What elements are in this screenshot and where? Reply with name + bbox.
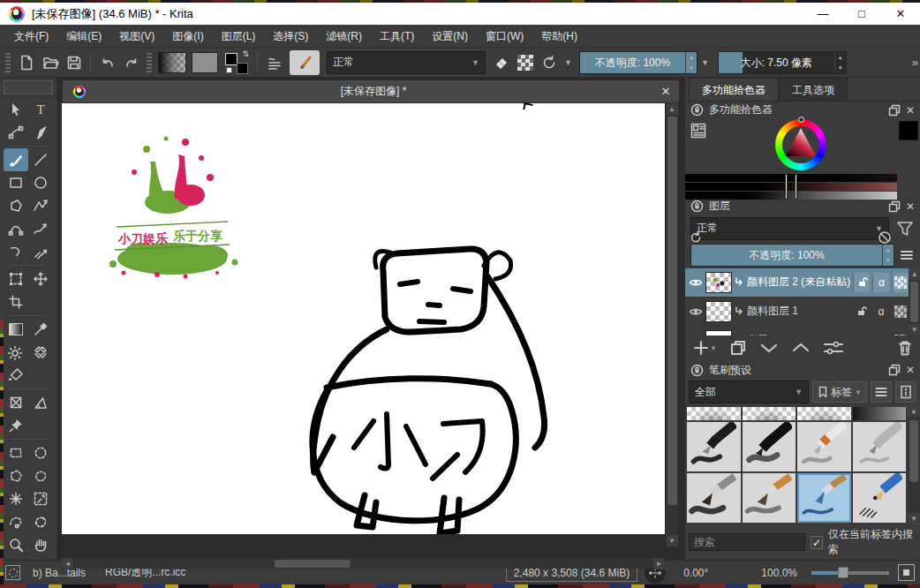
brush-preset[interactable] [687, 473, 741, 523]
tool-move[interactable] [28, 268, 53, 290]
no-entry-icon[interactable] [878, 230, 892, 245]
brush-preset[interactable] [687, 407, 741, 420]
layer-inherit-alpha[interactable] [892, 331, 909, 335]
menu-tools[interactable]: 工具(T) [371, 25, 423, 48]
lock-icon[interactable] [690, 200, 704, 213]
brush-preset[interactable] [687, 422, 741, 471]
new-document-button[interactable] [14, 50, 38, 74]
foreground-background-colors[interactable]: ⇅ [224, 50, 249, 75]
layer-row[interactable]: 背景 α [685, 327, 909, 335]
layer-inherit-alpha[interactable] [892, 273, 909, 292]
hue-marker[interactable] [798, 117, 804, 123]
scroll-left-icon[interactable]: ◄ [62, 558, 73, 569]
opacity-slider[interactable]: 不透明度: 100% ▲▼ [579, 51, 698, 74]
tool-bezier-select[interactable] [4, 510, 28, 533]
brush-preset[interactable] [853, 473, 907, 523]
tool-pattern-edit[interactable] [4, 341, 28, 364]
brush-filter-dropdown[interactable]: 全部 ▼ [689, 381, 809, 403]
filter-funnel-icon[interactable] [895, 219, 915, 238]
zoom-slider-handle[interactable] [838, 567, 848, 578]
chevron-down-icon[interactable]: ▼ [698, 58, 713, 67]
visibility-icon[interactable] [689, 275, 703, 290]
brush-preset[interactable] [853, 407, 907, 420]
close-button[interactable]: ✕ [881, 3, 920, 25]
minimize-button[interactable]: — [803, 3, 842, 25]
menu-file[interactable]: 文件(F) [5, 25, 57, 48]
move-layer-up-button[interactable] [791, 339, 811, 357]
pattern-chooser[interactable] [192, 52, 218, 73]
add-layer-button[interactable]: ▼ [692, 339, 717, 357]
rotation-angle[interactable]: 0.00° [683, 567, 708, 579]
selection-display-icon[interactable] [5, 565, 20, 580]
toolbar-drag-handle[interactable] [147, 53, 152, 72]
tool-calligraphy[interactable] [28, 121, 53, 144]
settings-icon[interactable] [690, 123, 706, 141]
move-layer-down-button[interactable] [759, 339, 779, 357]
layer-inherit-alpha[interactable] [892, 302, 909, 321]
toolbar-overflow-button[interactable]: » [912, 56, 918, 69]
scrollbar-thumb[interactable] [275, 560, 351, 568]
tool-polyline[interactable] [28, 194, 53, 217]
scroll-up-icon[interactable]: ▲ [908, 405, 920, 417]
blending-mode-dropdown[interactable]: 正常 ▼ [327, 51, 486, 74]
tool-bezier-curve[interactable] [4, 217, 28, 240]
search-scope-checkbox[interactable]: ✓ [811, 536, 823, 549]
color-wheel[interactable] [775, 119, 826, 170]
scrollbar-thumb[interactable] [667, 117, 677, 505]
tool-polygon-select[interactable] [4, 464, 28, 487]
tool-similar-color-select[interactable] [4, 487, 28, 510]
brush-preset[interactable] [797, 422, 851, 471]
menu-window[interactable]: 窗口(W) [477, 25, 532, 48]
tool-gradient[interactable] [4, 318, 28, 341]
tool-transform[interactable] [4, 268, 28, 290]
layer-lock-icon[interactable] [853, 331, 870, 335]
toolbox-title-bar[interactable] [4, 80, 53, 94]
float-docker-icon[interactable] [888, 200, 901, 213]
tags-button[interactable]: 标签 ▼ [812, 381, 867, 403]
brush-grid-scrollbar[interactable]: ▲ ▼ [908, 405, 920, 524]
tab-tool-options[interactable]: 工具选项 [779, 78, 848, 101]
scrollbar-thumb[interactable] [909, 420, 918, 482]
menu-filter[interactable]: 滤镜(R) [317, 25, 371, 48]
tool-text[interactable]: T [28, 98, 53, 121]
lock-icon[interactable] [690, 364, 704, 377]
layer-thumbnail[interactable] [705, 272, 732, 293]
chevron-down-icon[interactable]: ▼ [561, 58, 576, 67]
visibility-icon[interactable] [689, 334, 703, 335]
maximize-button[interactable]: □ [842, 3, 881, 25]
swap-colors-icon[interactable]: ⇅ [242, 50, 249, 57]
brush-preset-selected[interactable] [797, 473, 851, 523]
duplicate-layer-button[interactable] [729, 339, 747, 357]
tool-freehand-brush[interactable] [4, 148, 28, 171]
tool-freehand-select[interactable] [28, 464, 53, 487]
canvas-horizontal-scrollbar[interactable]: ◄ ► [62, 557, 665, 569]
tool-rectangle[interactable] [4, 171, 28, 194]
redo-button[interactable] [119, 50, 143, 74]
scrollbar-thumb[interactable] [910, 282, 918, 322]
toolbar-drag-handle[interactable] [5, 53, 11, 72]
close-docker-icon[interactable]: ✕ [906, 364, 915, 376]
layer-alpha-lock[interactable]: α [872, 302, 889, 321]
preserve-alpha-button[interactable] [513, 50, 537, 74]
gradient-chooser[interactable] [158, 52, 186, 73]
open-document-button[interactable] [38, 50, 62, 74]
close-docker-icon[interactable]: ✕ [906, 104, 915, 117]
layer-opacity-slider[interactable]: 不透明度: 100% ▲▼ [690, 244, 894, 267]
canvas[interactable]: 小刀娱乐 乐于分享 [62, 103, 665, 534]
tool-reference-images[interactable] [4, 414, 28, 437]
tool-measure[interactable] [28, 391, 53, 414]
document-tab-bar[interactable]: [未保存图像] * ✕ [62, 79, 680, 103]
layer-lock-icon[interactable] [853, 273, 870, 292]
scroll-up-icon[interactable]: ▲ [909, 268, 920, 280]
lock-icon[interactable] [690, 103, 704, 117]
layer-menu-icon[interactable] [899, 247, 915, 263]
scroll-down-icon[interactable]: ▼ [908, 513, 920, 524]
document-close-icon[interactable]: ✕ [652, 85, 679, 98]
opacity-spinner[interactable]: ▲▼ [685, 52, 697, 73]
menu-help[interactable]: 帮助(H) [532, 25, 586, 48]
tool-rect-select[interactable] [4, 441, 28, 464]
tool-assistants[interactable] [4, 391, 28, 414]
layer-list-scrollbar[interactable]: ▲ ▼ [909, 268, 920, 335]
tool-ellipse[interactable] [28, 171, 53, 194]
brush-preset[interactable] [743, 473, 796, 523]
